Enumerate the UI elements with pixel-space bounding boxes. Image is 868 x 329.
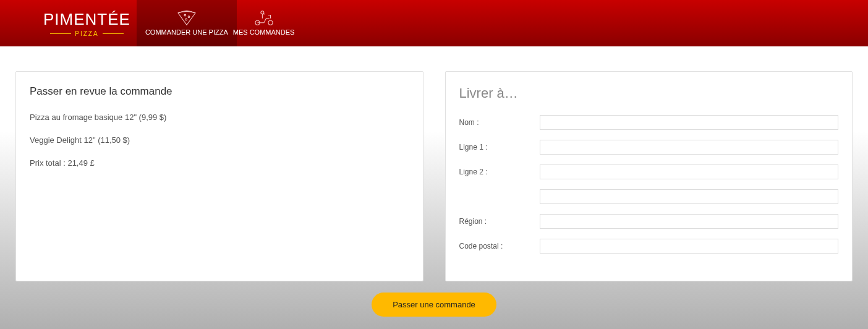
review-title: Passer en revue la commande <box>30 85 409 98</box>
delivery-panel: Livrer à… Nom : Ligne 1 : Ligne 2 : Régi… <box>445 71 853 281</box>
order-button-wrap: Passer une commande <box>0 293 868 317</box>
nav-order-label: COMMANDER UNE PIZZA <box>145 28 228 36</box>
deliver-title: Livrer à… <box>459 85 839 101</box>
label-name: Nom : <box>459 118 540 127</box>
svg-point-5 <box>261 11 264 14</box>
nav-order-pizza[interactable]: COMMANDER UNE PIZZA <box>137 0 237 46</box>
city-field[interactable] <box>540 189 839 204</box>
svg-point-0 <box>184 14 186 16</box>
nav-my-orders[interactable]: MES COMMANDES <box>224 0 304 46</box>
review-total: Prix total : 21,49 £ <box>30 158 409 168</box>
label-postal: Code postal : <box>459 242 540 250</box>
review-item: Veggie Delight 12" (11,50 $) <box>30 135 409 145</box>
delivery-scooter-icon <box>250 9 278 27</box>
place-order-button[interactable]: Passer une commande <box>372 293 496 317</box>
nav-my-orders-label: MES COMMANDES <box>233 28 295 36</box>
brand[interactable]: PIMENTÉE PIZZA <box>37 0 137 46</box>
label-line2: Ligne 2 : <box>459 168 540 176</box>
svg-point-2 <box>185 19 187 20</box>
brand-sub-text: PIZZA <box>75 30 98 37</box>
review-panel: Passer en revue la commande Pizza au fro… <box>15 71 423 281</box>
postal-field[interactable] <box>540 239 839 254</box>
topbar: PIMENTÉE PIZZA COMMANDER UNE PIZZA <box>0 0 868 46</box>
pizza-slice-icon <box>174 9 199 27</box>
svg-point-4 <box>268 20 273 25</box>
brand-name: PIMENTÉE <box>43 10 130 29</box>
brand-sub: PIZZA <box>50 30 123 37</box>
name-field[interactable] <box>540 115 839 130</box>
line2-field[interactable] <box>540 164 839 179</box>
region-field[interactable] <box>540 214 839 229</box>
label-region: Région : <box>459 217 540 226</box>
label-line1: Ligne 1 : <box>459 143 540 152</box>
main-content: Passer en revue la commande Pizza au fro… <box>0 46 868 281</box>
line1-field[interactable] <box>540 140 839 155</box>
svg-point-1 <box>188 15 190 17</box>
review-item: Pizza au fromage basique 12" (9,99 $) <box>30 113 409 122</box>
